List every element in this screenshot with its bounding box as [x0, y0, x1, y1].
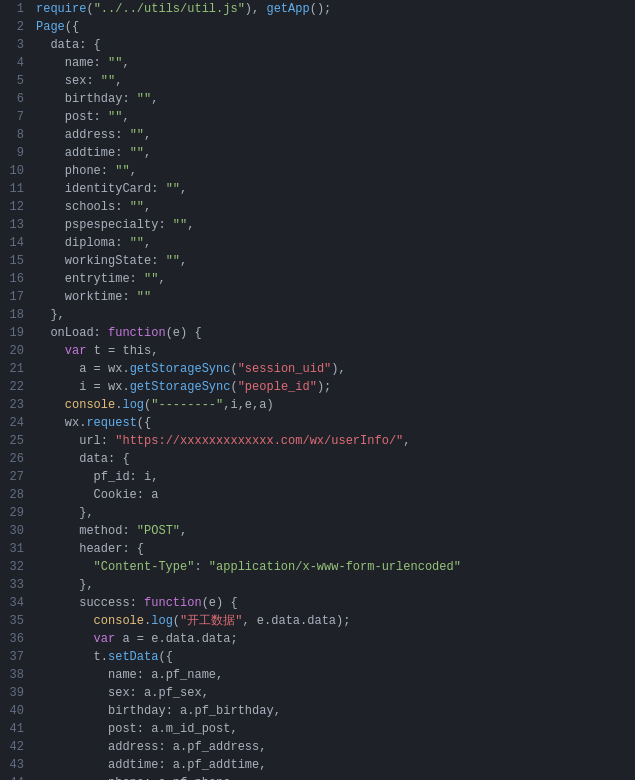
code-line-39: sex: a.pf_sex,	[36, 684, 635, 702]
code-line-43: addtime: a.pf_addtime,	[36, 756, 635, 774]
code-line-19: onLoad: function(e) {	[36, 324, 635, 342]
code-line-8: address: "",	[36, 126, 635, 144]
code-line-37: t.setData({	[36, 648, 635, 666]
code-line-4: name: "",	[36, 54, 635, 72]
code-line-1: require("../../utils/util.js"), getApp()…	[36, 0, 635, 18]
code-line-21: a = wx.getStorageSync("session_uid"),	[36, 360, 635, 378]
code-line-2: Page({	[36, 18, 635, 36]
line-numbers: 1 2 3 4 5 6 7 8 9 10 11 12 13 14 15 16 1…	[0, 0, 32, 780]
code-line-24: wx.request({	[36, 414, 635, 432]
code-line-16: entrytime: "",	[36, 270, 635, 288]
code-line-40: birthday: a.pf_birthday,	[36, 702, 635, 720]
code-line-12: schools: "",	[36, 198, 635, 216]
code-line-31: header: {	[36, 540, 635, 558]
code-line-25: url: "https://xxxxxxxxxxxxx.com/wx/userI…	[36, 432, 635, 450]
code-line-23: console.log("--------",i,e,a)	[36, 396, 635, 414]
code-line-38: name: a.pf_name,	[36, 666, 635, 684]
code-line-26: data: {	[36, 450, 635, 468]
code-line-42: address: a.pf_address,	[36, 738, 635, 756]
code-line-11: identityCard: "",	[36, 180, 635, 198]
code-line-35: console.log("开工数据", e.data.data);	[36, 612, 635, 630]
code-line-29: },	[36, 504, 635, 522]
code-line-32: "Content-Type": "application/x-www-form-…	[36, 558, 635, 576]
code-line-17: worktime: ""	[36, 288, 635, 306]
code-line-36: var a = e.data.data;	[36, 630, 635, 648]
code-line-27: pf_id: i,	[36, 468, 635, 486]
code-line-22: i = wx.getStorageSync("people_id");	[36, 378, 635, 396]
code-line-13: pspespecialty: "",	[36, 216, 635, 234]
code-line-41: post: a.m_id_post,	[36, 720, 635, 738]
code-line-34: success: function(e) {	[36, 594, 635, 612]
code-line-15: workingState: "",	[36, 252, 635, 270]
code-line-18: },	[36, 306, 635, 324]
code-line-10: phone: "",	[36, 162, 635, 180]
code-line-30: method: "POST",	[36, 522, 635, 540]
code-line-9: addtime: "",	[36, 144, 635, 162]
code-line-44: phone: a.pf_phone,	[36, 774, 635, 780]
code-line-6: birthday: "",	[36, 90, 635, 108]
code-line-33: },	[36, 576, 635, 594]
code-line-28: Cookie: a	[36, 486, 635, 504]
code-editor[interactable]: 1 2 3 4 5 6 7 8 9 10 11 12 13 14 15 16 1…	[0, 0, 635, 780]
code-line-20: var t = this,	[36, 342, 635, 360]
code-line-7: post: "",	[36, 108, 635, 126]
code-content[interactable]: require("../../utils/util.js"), getApp()…	[32, 0, 635, 780]
code-line-14: diploma: "",	[36, 234, 635, 252]
code-line-3: data: {	[36, 36, 635, 54]
code-line-5: sex: "",	[36, 72, 635, 90]
